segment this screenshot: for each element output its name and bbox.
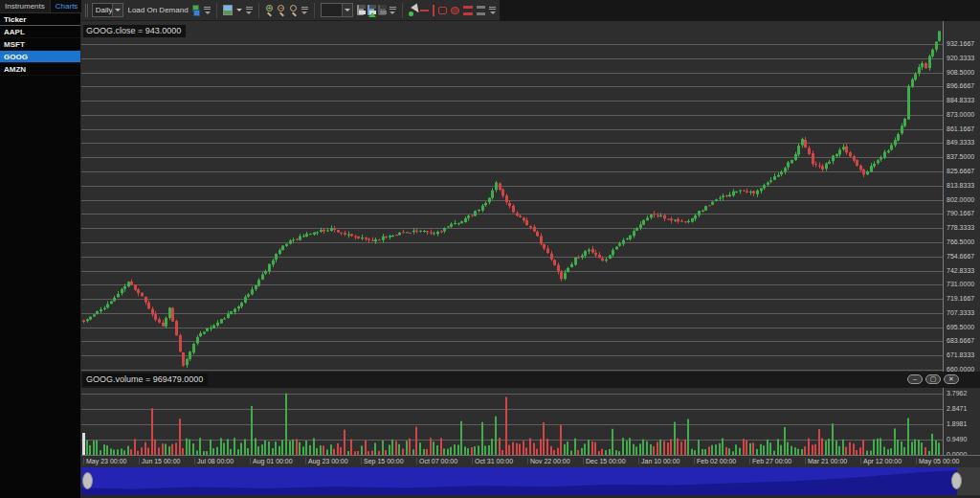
ticker-column-header: Ticker — [0, 13, 80, 26]
price-axis-label: 861.1667 — [947, 125, 974, 132]
rectangle-tool-icon[interactable] — [438, 7, 447, 14]
date-axis-label: Nov 22 00:00 — [527, 458, 570, 464]
maximize-button[interactable]: ▢ — [925, 374, 941, 384]
price-axis-label: 802.0000 — [947, 196, 974, 203]
load-on-demand-label: Load On Demand — [127, 6, 188, 14]
interval-value: Daily — [96, 6, 113, 14]
toolbar-overflow-icon[interactable] — [246, 5, 253, 16]
price-axis-label: 742.8333 — [947, 267, 974, 274]
price-axis-label: 707.3333 — [947, 309, 974, 316]
date-axis-label: May 23 00:00 — [83, 458, 126, 464]
ticker-row[interactable]: AMZN — [0, 63, 80, 76]
scrollbar-right-handle[interactable] — [951, 472, 962, 489]
price-axis-label: 671.8333 — [947, 351, 974, 358]
save-update-icon[interactable] — [368, 5, 374, 15]
price-axis[interactable]: 932.1667920.3333908.5000896.6667884.8333… — [943, 21, 980, 372]
channel-tool-disabled-icon — [477, 6, 485, 15]
navigator-left-grip[interactable] — [82, 433, 85, 455]
save-disabled-icon — [378, 5, 385, 15]
volume-axis-label: 2.8471 — [947, 405, 967, 412]
price-axis-label: 837.5000 — [947, 153, 974, 160]
date-axis-label: Jan 10 00:00 — [638, 458, 679, 464]
date-axis-label: May 05 00:00 — [916, 458, 959, 464]
minimize-button[interactable]: – — [907, 374, 923, 384]
date-axis-label: Jun 15 00:00 — [139, 458, 180, 464]
template-select[interactable] — [321, 3, 353, 17]
price-axis-label: 884.8333 — [947, 97, 974, 103]
ticker-row[interactable]: MSFT — [0, 38, 80, 51]
date-axis-label: Feb 02 00:00 — [694, 458, 736, 464]
ticker-list: AAPL MSFT GOOG AMZN — [0, 26, 80, 76]
volume-axis-label: 3.7962 — [947, 390, 967, 396]
price-axis-label: 778.3333 — [947, 224, 974, 231]
instruments-panel: Instruments Charts✕ Ticker AAPL MSFT GOO… — [0, 0, 81, 498]
price-axis-label: 825.6667 — [947, 168, 974, 174]
chevron-down-icon[interactable] — [112, 4, 122, 16]
ellipse-tool-icon[interactable] — [451, 7, 459, 14]
ticker-row[interactable]: GOOG — [0, 51, 80, 63]
pointer-tool-icon[interactable] — [409, 5, 416, 16]
toolbar-drag-grip[interactable] — [85, 4, 88, 17]
horizontal-scrollbar-thumb[interactable] — [81, 467, 957, 495]
volume-axis-label: 0.9490 — [947, 436, 967, 442]
scrollbar-left-handle[interactable] — [82, 472, 93, 489]
toolbar-overflow-icon[interactable] — [489, 5, 496, 16]
date-axis-label: Apr 12 00:00 — [860, 458, 902, 464]
date-axis-label: Jul 08 00:00 — [194, 458, 234, 464]
toolbar-overflow-icon[interactable] — [204, 5, 211, 16]
price-axis-label: 932.1667 — [947, 40, 974, 47]
volume-series-label: GOOG.volume = 969479.0000 — [83, 374, 208, 386]
price-candles-svg — [81, 21, 943, 372]
zoom-in-icon[interactable]: + — [265, 4, 274, 16]
toolbar-separator — [258, 3, 259, 18]
price-axis-label: 849.3333 — [947, 139, 974, 146]
vertical-line-tool-icon[interactable] — [433, 5, 434, 16]
date-axis-label: Aug 23 00:00 — [305, 458, 348, 464]
tab-charts-label: Charts — [56, 2, 78, 11]
date-axis-label: Oct 31 00:00 — [472, 458, 513, 464]
price-axis-label: 695.5000 — [947, 324, 974, 330]
toolbar-separator — [402, 3, 403, 18]
date-axis-label: Feb 27 00:00 — [749, 458, 791, 464]
volume-chart-plot[interactable] — [81, 388, 943, 455]
volume-axis[interactable]: 3.79622.84711.89810.94900.0000 — [943, 388, 980, 455]
price-axis-label: 790.1667 — [947, 210, 974, 216]
price-chart-plot[interactable]: GOOG.close = 943.0000 — [81, 21, 943, 372]
price-series-label: GOOG.close = 943.0000 — [83, 25, 186, 37]
date-axis-label: Oct 07 00:00 — [416, 458, 457, 464]
chevron-down-icon[interactable] — [236, 9, 242, 11]
ticker-row[interactable]: AAPL — [0, 26, 80, 38]
zoom-reset-icon[interactable] — [289, 4, 298, 16]
toolbar-separator — [314, 3, 315, 18]
date-axis-label: Sep 15 00:00 — [361, 458, 404, 464]
chevron-down-icon[interactable] — [342, 4, 352, 16]
price-axis-label: 813.8333 — [947, 182, 974, 189]
toolbar-separator — [216, 3, 217, 18]
zoom-out-icon[interactable]: − — [277, 4, 285, 16]
chart-type-icon[interactable] — [223, 5, 232, 15]
volume-panel-header: GOOG.volume = 969479.0000 –▢✕ — [81, 372, 980, 388]
tab-instruments[interactable]: Instruments — [0, 0, 51, 12]
date-axis[interactable]: May 23 00:00Jun 15 00:00Jul 08 00:00Aug … — [81, 455, 980, 467]
volume-axis-label: 1.8981 — [947, 420, 967, 427]
price-axis-label: 719.1667 — [947, 295, 974, 302]
date-axis-label: Aug 01 00:00 — [250, 458, 293, 464]
date-axis-label: Mar 21 00:00 — [805, 458, 847, 464]
price-axis-label: 766.5000 — [947, 238, 974, 245]
horizontal-scrollbar-track[interactable] — [81, 467, 980, 495]
navigator-price-silhouette — [81, 467, 957, 495]
interval-select[interactable]: Daily — [92, 3, 124, 17]
toolbar-overflow-icon[interactable] — [301, 5, 308, 16]
date-axis-label: Dec 15 00:00 — [583, 458, 626, 464]
price-axis-label: 896.6667 — [947, 82, 974, 89]
volume-window-buttons: –▢✕ — [907, 374, 959, 384]
close-button[interactable]: ✕ — [944, 374, 959, 384]
sidebar-tabbar: Instruments Charts✕ — [0, 0, 80, 13]
price-axis-label: 920.3333 — [947, 55, 974, 61]
chart-toolbar: Daily Load On Demand + − — [81, 0, 500, 21]
load-on-demand-icon[interactable] — [192, 5, 201, 16]
save-icon[interactable] — [357, 5, 364, 15]
channel-tool-icon[interactable] — [463, 6, 472, 15]
toolbar-background: Daily Load On Demand + − — [81, 0, 980, 21]
toolbar-overflow-icon[interactable] — [390, 5, 396, 16]
